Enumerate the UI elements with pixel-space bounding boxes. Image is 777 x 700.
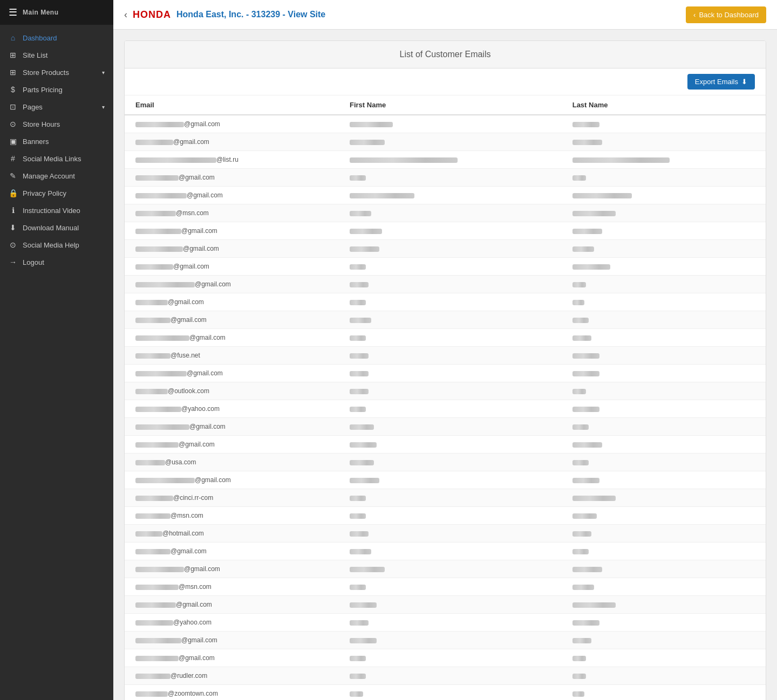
email-cell: @hotmail.com: [125, 525, 339, 543]
table-row: @gmail.com: [125, 258, 766, 276]
table-row: @usa.com: [125, 454, 766, 471]
last-name-cell: [562, 240, 766, 258]
first-name-cell: [339, 560, 562, 578]
email-cell: @msn.com: [125, 507, 339, 525]
first-name-cell: [339, 382, 562, 400]
first-name-cell: [339, 365, 562, 382]
table-row: @gmail.com: [125, 240, 766, 258]
email-cell: @yahoo.com: [125, 614, 339, 632]
back-arrow-icon[interactable]: ‹: [124, 9, 127, 20]
top-bar: ‹ HONDA Honda East, Inc. - 313239 - View…: [113, 0, 777, 30]
sidebar-item-instructional-video[interactable]: ℹ Instructional Video: [0, 202, 113, 219]
main-menu-label: Main Menu: [23, 9, 59, 16]
last-name-cell: [562, 329, 766, 347]
table-row: @gmail.com: [125, 543, 766, 560]
email-table: Email First Name Last Name @gmail.com @g…: [125, 95, 766, 700]
email-panel: List of Customer Emails Export Emails ⬇ …: [124, 40, 766, 700]
sidebar-item-dashboard[interactable]: ⌂ Dashboard: [0, 29, 113, 46]
first-name-cell: [339, 400, 562, 418]
download-icon: ⬇: [9, 223, 17, 232]
sidebar-item-label: Privacy Policy: [23, 189, 66, 197]
first-name-cell: [339, 418, 562, 436]
first-name-cell: [339, 115, 562, 133]
first-name-cell: [339, 507, 562, 525]
table-row: @list.ru: [125, 151, 766, 169]
sidebar-item-site-list[interactable]: ⊞ Site List: [0, 46, 113, 64]
back-to-dashboard-button[interactable]: ‹ Back to Dashboard: [686, 6, 766, 23]
last-name-cell: [562, 169, 766, 187]
sidebar-item-privacy-policy[interactable]: 🔒 Privacy Policy: [0, 184, 113, 202]
sidebar-item-logout[interactable]: → Logout: [0, 253, 113, 271]
email-cell: @gmail.com: [125, 471, 339, 489]
email-cell: @gmail.com: [125, 436, 339, 454]
sidebar-item-store-hours[interactable]: ⊙ Store Hours: [0, 115, 113, 133]
page-icon: ⊡: [9, 102, 17, 111]
email-panel-header: List of Customer Emails: [125, 41, 766, 68]
email-cell: @gmail.com: [125, 329, 339, 347]
sidebar-item-label: Parts Pricing: [23, 86, 63, 94]
email-cell: @gmail.com: [125, 596, 339, 614]
main-wrapper: ‹ HONDA Honda East, Inc. - 313239 - View…: [113, 0, 777, 700]
chevron-down-icon: ▾: [102, 70, 105, 76]
email-panel-title: List of Customer Emails: [400, 50, 491, 59]
last-name-cell: [562, 507, 766, 525]
email-cell: @usa.com: [125, 454, 339, 471]
table-row: @fuse.net: [125, 347, 766, 365]
sidebar: ☰ Main Menu ⌂ Dashboard ⊞ Site List ⊞ St…: [0, 0, 113, 700]
export-icon: ⬇: [741, 78, 747, 86]
email-cell: @gmail.com: [125, 649, 339, 667]
table-row: @gmail.com: [125, 365, 766, 382]
table-row: @gmail.com: [125, 632, 766, 649]
first-name-cell: [339, 258, 562, 276]
sidebar-item-manage-account[interactable]: ✎ Manage Account: [0, 167, 113, 184]
sidebar-item-banners[interactable]: ▣ Banners: [0, 133, 113, 150]
first-name-cell: [339, 667, 562, 685]
col-last-name: Last Name: [562, 95, 766, 115]
last-name-cell: [562, 560, 766, 578]
sidebar-item-label: Banners: [23, 138, 49, 146]
sidebar-item-label: Social Media Help: [23, 241, 79, 249]
first-name-cell: [339, 454, 562, 471]
email-cell: @cinci.rr-com: [125, 489, 339, 507]
sidebar-item-social-media-links[interactable]: # Social Media Links: [0, 150, 113, 167]
first-name-cell: [339, 151, 562, 169]
first-name-cell: [339, 222, 562, 240]
export-label: Export Emails: [695, 78, 738, 86]
first-name-cell: [339, 649, 562, 667]
sidebar-item-download-manual[interactable]: ⬇ Download Manual: [0, 219, 113, 236]
first-name-cell: [339, 543, 562, 560]
sidebar-item-label: Pages: [23, 103, 43, 111]
email-cell: @fuse.net: [125, 347, 339, 365]
banner-icon: ▣: [9, 137, 17, 146]
sidebar-item-store-products[interactable]: ⊞ Store Products ▾: [0, 64, 113, 81]
table-row: @gmail.com: [125, 418, 766, 436]
sidebar-item-pages[interactable]: ⊡ Pages ▾: [0, 98, 113, 115]
sidebar-item-social-media-help[interactable]: ⊙ Social Media Help: [0, 236, 113, 253]
last-name-cell: [562, 596, 766, 614]
last-name-cell: [562, 293, 766, 311]
table-row: @gmail.com: [125, 329, 766, 347]
table-row: @gmail.com: [125, 187, 766, 204]
export-row: Export Emails ⬇: [125, 68, 766, 95]
last-name-cell: [562, 418, 766, 436]
hash-icon: #: [9, 154, 17, 163]
export-emails-button[interactable]: Export Emails ⬇: [687, 74, 755, 90]
col-email: Email: [125, 95, 339, 115]
last-name-cell: [562, 151, 766, 169]
top-bar-left: ‹ HONDA Honda East, Inc. - 313239 - View…: [124, 9, 325, 20]
first-name-cell: [339, 133, 562, 151]
first-name-cell: [339, 489, 562, 507]
email-cell: @gmail.com: [125, 276, 339, 293]
grid-icon: ⊞: [9, 51, 17, 59]
sidebar-item-parts-pricing[interactable]: $ Parts Pricing: [0, 81, 113, 98]
sidebar-nav: ⌂ Dashboard ⊞ Site List ⊞ Store Products…: [0, 25, 113, 275]
info-icon: ℹ: [9, 206, 17, 215]
first-name-cell: [339, 685, 562, 701]
first-name-cell: [339, 578, 562, 596]
sidebar-item-label: Manage Account: [23, 172, 75, 180]
last-name-cell: [562, 347, 766, 365]
last-name-cell: [562, 400, 766, 418]
table-row: @gmail.com: [125, 649, 766, 667]
table-row: @cinci.rr-com: [125, 489, 766, 507]
hamburger-icon[interactable]: ☰: [9, 6, 17, 18]
